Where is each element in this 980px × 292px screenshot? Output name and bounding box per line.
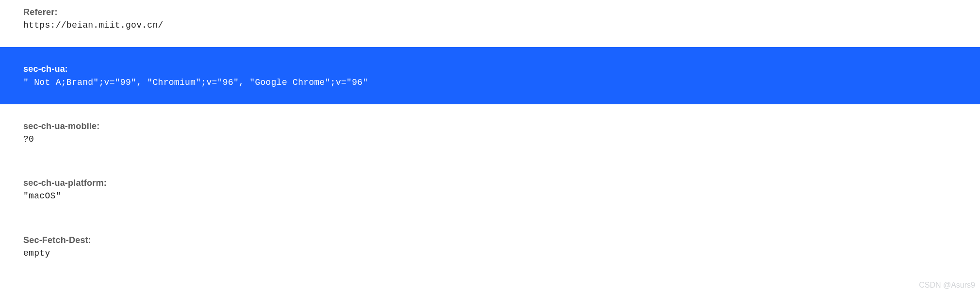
header-row-sec-ch-ua-platform[interactable]: sec-ch-ua-platform: "macOS" bbox=[0, 161, 980, 218]
header-value: "macOS" bbox=[23, 191, 61, 201]
header-row-sec-ch-ua-mobile[interactable]: sec-ch-ua-mobile: ?0 bbox=[0, 104, 980, 161]
header-row-sec-fetch-dest[interactable]: Sec-Fetch-Dest: empty bbox=[0, 218, 980, 275]
header-name: Referer: bbox=[23, 7, 58, 17]
header-name: Sec-Fetch-Dest: bbox=[23, 235, 91, 245]
header-value: ?0 bbox=[23, 134, 34, 144]
header-value: " Not A;Brand";v="99", "Chromium";v="96"… bbox=[23, 78, 368, 87]
header-name: sec-ch-ua-mobile: bbox=[23, 121, 99, 131]
header-name: sec-ch-ua: bbox=[23, 64, 68, 74]
header-row-sec-ch-ua[interactable]: sec-ch-ua: " Not A;Brand";v="99", "Chrom… bbox=[0, 47, 980, 104]
request-headers-list: Referer: https://beian.miit.gov.cn/ sec-… bbox=[0, 0, 980, 292]
header-value: empty bbox=[23, 248, 50, 258]
header-row-sec-fetch-mode[interactable]: Sec-Fetch-Mode: cors bbox=[0, 275, 980, 292]
header-value: https://beian.miit.gov.cn/ bbox=[23, 20, 163, 30]
header-name: sec-ch-ua-platform: bbox=[23, 178, 107, 188]
header-row-referer[interactable]: Referer: https://beian.miit.gov.cn/ bbox=[0, 0, 980, 47]
